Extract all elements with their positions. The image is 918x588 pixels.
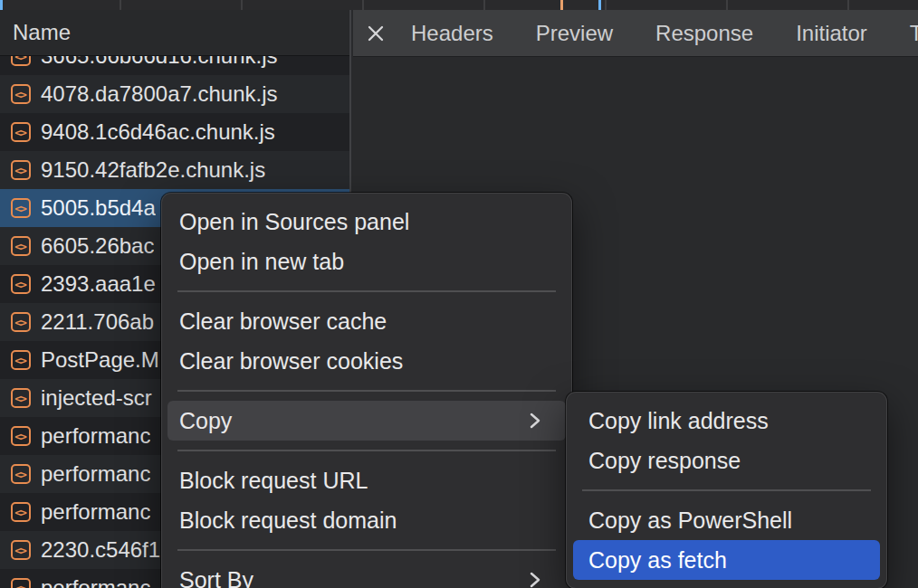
tab-timing[interactable]: Timing [892,10,918,57]
menu-item-copy-as-fetch[interactable]: Copy as fetch [573,540,880,580]
submenu-chevron-icon [528,569,541,588]
script-file-icon: <> [11,388,31,408]
menu-item-block-request-url[interactable]: Block request URL [167,460,566,500]
script-file-icon: <> [11,464,31,484]
copy-submenu: Copy link address Copy response Copy as … [566,392,887,588]
script-file-icon: <> [11,502,31,522]
timeline-tick-icon [560,0,563,10]
menu-item-copy[interactable]: Copy [167,401,566,441]
devtools-network-panel: Name <> 3665.66b66d16.chunk.js <> 4078.d… [0,0,918,588]
menu-item-copy-as-powershell[interactable]: Copy as PowerShell [573,500,880,540]
network-request-row[interactable]: <> 9408.1c6d46ac.chunk.js [0,113,349,151]
menu-separator [177,450,556,451]
tab-headers[interactable]: Headers [393,10,512,57]
network-request-row[interactable]: <> 3665.66b66d16.chunk.js [0,56,349,75]
menu-item-copy-link-address[interactable]: Copy link address [573,401,880,441]
menu-item-clear-browser-cache[interactable]: Clear browser cache [167,301,566,341]
script-file-icon: <> [11,56,31,66]
network-request-row[interactable]: <> 4078.da7800a7.chunk.js [0,75,349,113]
script-file-icon: <> [11,426,31,446]
menu-item-sort-by[interactable]: Sort By [167,560,566,588]
network-overview-strip[interactable] [0,0,918,10]
timeline-tick-icon [0,0,3,10]
menu-separator [177,549,556,551]
close-detail-button[interactable] [365,15,387,52]
submenu-chevron-icon [528,410,541,432]
name-column-header[interactable]: Name [0,10,349,56]
menu-item-clear-browser-cookies[interactable]: Clear browser cookies [167,341,566,381]
script-file-icon: <> [11,198,31,218]
menu-item-block-request-domain[interactable]: Block request domain [167,500,566,540]
tab-initiator[interactable]: Initiator [778,10,885,57]
menu-item-open-in-new-tab[interactable]: Open in new tab [167,242,566,281]
tab-response[interactable]: Response [637,10,771,57]
menu-separator [582,489,871,491]
script-file-icon: <> [11,540,31,560]
script-file-icon: <> [11,160,31,180]
menu-separator [177,290,556,292]
script-file-icon: <> [11,578,31,588]
script-file-icon: <> [11,236,31,256]
detail-tabs-bar: Headers Preview Response Initiator Timin… [353,10,918,57]
name-column-label: Name [13,20,71,45]
close-icon [365,23,387,44]
network-request-row[interactable]: <> 9150.42fafb2e.chunk.js [0,151,349,189]
script-file-icon: <> [11,274,31,294]
script-file-icon: <> [11,84,31,104]
script-file-icon: <> [11,350,31,370]
menu-item-copy-response[interactable]: Copy response [573,441,880,480]
script-file-icon: <> [11,122,31,142]
menu-item-open-in-sources-panel[interactable]: Open in Sources panel [167,202,566,242]
timeline-tick-icon [598,0,601,10]
menu-separator [177,390,556,392]
tab-preview[interactable]: Preview [518,10,631,57]
script-file-icon: <> [11,312,31,332]
context-menu: Open in Sources panel Open in new tab Cl… [161,193,572,588]
